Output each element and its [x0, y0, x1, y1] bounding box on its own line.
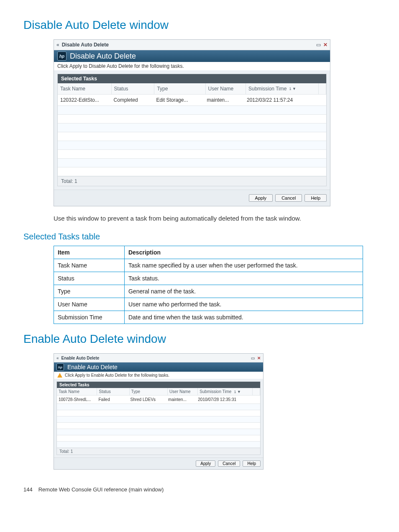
dialog-hint: Click Apply to Enable Auto Delete for th…	[54, 372, 263, 379]
collapse-icon[interactable]: «	[56, 356, 59, 360]
page-reference: Remote Web Console GUI reference (main w…	[38, 486, 164, 493]
dialog-header: hp Enable Auto Delete	[54, 362, 263, 372]
col-submission-time[interactable]: Submission Time 1 ▼	[198, 388, 253, 395]
table-header-row: Task Name Status Type User Name Submissi…	[57, 388, 260, 396]
help-button[interactable]: Help	[243, 460, 261, 467]
window-title: Enable Auto Delete	[61, 356, 248, 360]
cell-user-name: mainten...	[205, 95, 244, 105]
doc-row: StatusTask status.	[54, 272, 363, 285]
dialog-title: Disable Auto Delete	[70, 52, 136, 61]
cell-submission-time: 2010/07/28 12:35:31	[196, 396, 251, 403]
close-icon[interactable]: ✕	[323, 42, 327, 48]
maximize-icon[interactable]: ▭	[251, 356, 255, 360]
table-row[interactable]: 100728-ShredL... Failed Shred LDEVs main…	[57, 396, 260, 404]
col-user-name[interactable]: User Name	[206, 83, 246, 94]
cancel-button[interactable]: Cancel	[275, 194, 302, 202]
help-button[interactable]: Help	[304, 194, 327, 202]
cell-user-name: mainten...	[166, 396, 196, 403]
selected-tasks-description-table: Item Description Task NameTask name spec…	[54, 246, 363, 324]
section-heading-disable: Disable Auto Delete window	[23, 18, 376, 32]
table-header-row: Task Name Status Type User Name Submissi…	[58, 83, 326, 95]
enable-auto-delete-window: « Enable Auto Delete ▭ ✕ hp Enable Auto …	[54, 353, 263, 470]
close-icon[interactable]: ✕	[257, 356, 261, 360]
section-heading-enable: Enable Auto Delete window	[23, 332, 376, 346]
col-task-name[interactable]: Task Name	[58, 83, 112, 94]
window-titlebar: « Enable Auto Delete ▭ ✕	[54, 354, 263, 362]
sort-indicator: 1 ▼	[234, 390, 240, 394]
col-spacer	[319, 83, 327, 94]
hp-logo-icon: hp	[56, 363, 64, 371]
col-type[interactable]: Type	[130, 388, 168, 395]
doc-th-description: Description	[124, 246, 363, 259]
col-type[interactable]: Type	[154, 83, 205, 94]
cell-task-name: 120322-EditSto...	[58, 95, 111, 105]
cell-type: Edit Storage...	[153, 95, 204, 105]
collapse-icon[interactable]: «	[56, 42, 59, 48]
subsection-selected-tasks-table: Selected Tasks table	[23, 232, 376, 242]
maximize-icon[interactable]: ▭	[316, 42, 321, 48]
cancel-button[interactable]: Cancel	[218, 460, 240, 467]
cell-status: Failed	[97, 396, 128, 403]
table-row[interactable]: 120322-EditSto... Completed Edit Storage…	[58, 95, 326, 106]
col-task-name[interactable]: Task Name	[57, 388, 97, 395]
col-user-name[interactable]: User Name	[168, 388, 198, 395]
dialog-header: hp Disable Auto Delete	[54, 50, 330, 62]
cell-type: Shred LDEVs	[129, 396, 167, 403]
doc-row: Submission TimeDate and time when the ta…	[54, 311, 363, 324]
selected-tasks-panel: Selected Tasks Task Name Status Type Use…	[57, 74, 327, 186]
cell-status: Completed	[111, 95, 154, 105]
dialog-footer: Apply Cancel Help	[54, 190, 330, 206]
cell-submission-time: 2012/03/22 11:57:24	[244, 95, 317, 105]
col-status[interactable]: Status	[97, 388, 129, 395]
hp-logo-icon: hp	[57, 51, 66, 61]
table-footer: Total: 1	[57, 448, 260, 455]
dialog-hint: Click Apply to Disable Auto Delete for t…	[54, 62, 330, 70]
sort-indicator: 1 ▼	[289, 87, 296, 91]
page-footer: 144 Remote Web Console GUI reference (ma…	[23, 486, 376, 493]
doc-row: User NameUser name who performed the tas…	[54, 298, 363, 311]
doc-th-item: Item	[54, 246, 125, 259]
selected-tasks-panel: Selected Tasks Task Name Status Type Use…	[56, 381, 261, 455]
panel-header: Selected Tasks	[58, 74, 326, 83]
col-submission-time[interactable]: Submission Time 1 ▼	[246, 83, 319, 94]
dialog-footer: Apply Cancel Help	[54, 457, 263, 469]
page-number: 144	[23, 486, 33, 493]
apply-button[interactable]: Apply	[249, 194, 273, 202]
panel-header: Selected Tasks	[57, 382, 260, 388]
apply-button[interactable]: Apply	[196, 460, 215, 467]
doc-row: TypeGeneral name of the task.	[54, 285, 363, 298]
col-spacer	[253, 388, 260, 395]
warning-icon	[57, 373, 62, 378]
doc-row: Task NameTask name specified by a user w…	[54, 259, 363, 272]
table-footer: Total: 1	[58, 176, 326, 186]
window-titlebar: « Disable Auto Delete ▭ ✕	[54, 40, 330, 50]
section-caption: Use this window to prevent a task from b…	[54, 215, 376, 222]
cell-task-name: 100728-ShredL...	[57, 396, 97, 403]
window-title: Disable Auto Delete	[62, 42, 314, 48]
col-status[interactable]: Status	[112, 83, 155, 94]
disable-auto-delete-window: « Disable Auto Delete ▭ ✕ hp Disable Aut…	[54, 39, 330, 206]
dialog-title: Enable Auto Delete	[67, 364, 118, 370]
